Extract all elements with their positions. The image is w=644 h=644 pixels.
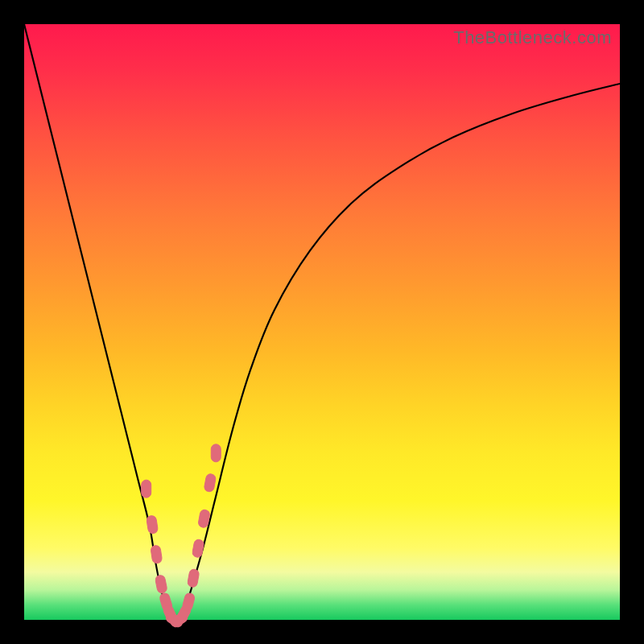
curve-marker bbox=[182, 592, 196, 612]
plot-area: TheBottleneck.com bbox=[24, 24, 620, 620]
curve-marker bbox=[142, 480, 151, 497]
bottleneck-curve bbox=[24, 24, 620, 621]
curve-marker bbox=[187, 568, 200, 588]
curve-marker bbox=[146, 515, 158, 535]
curve-marker bbox=[192, 539, 204, 558]
curve-marker bbox=[151, 545, 163, 564]
outer-frame: TheBottleneck.com bbox=[0, 0, 644, 644]
curve-marker bbox=[204, 473, 217, 493]
curve-marker bbox=[155, 575, 167, 594]
curve-marker bbox=[211, 444, 221, 462]
chart-svg bbox=[24, 24, 620, 620]
marker-group bbox=[142, 444, 221, 629]
